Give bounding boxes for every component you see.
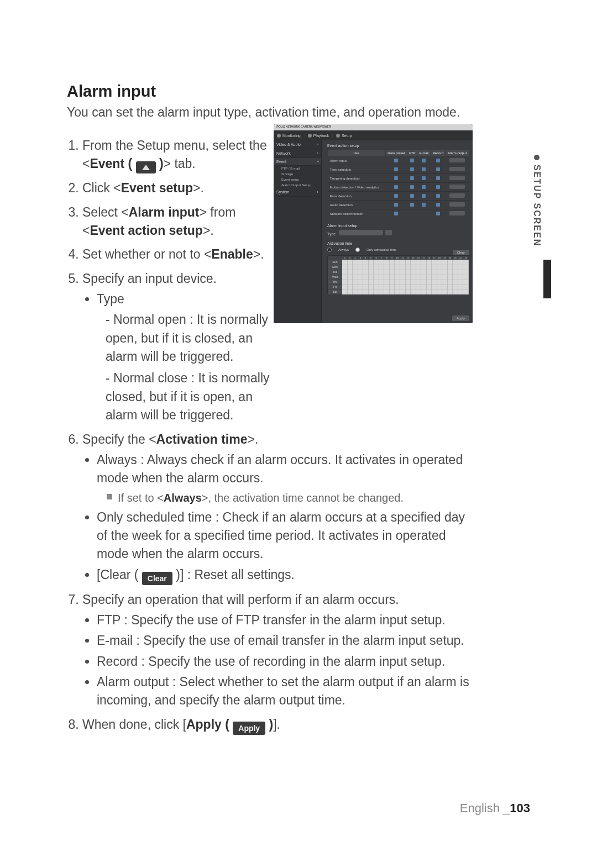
page-footer: English _103	[460, 801, 530, 816]
step-5: Specify an input device. Type Normal ope…	[82, 270, 274, 425]
top-tabs: Monitoring Playback Setup	[274, 130, 473, 140]
tab-setup[interactable]: Setup	[333, 134, 355, 138]
panel-heading: Event action setup	[327, 144, 469, 148]
step-7-record: Record : Specify the use of recording in…	[97, 653, 476, 671]
clear-button[interactable]: Clear	[453, 250, 469, 255]
sidebar-item-event[interactable]: Event›	[274, 158, 321, 166]
step-6: Specify the <Activation time>. Always : …	[82, 430, 476, 585]
step-7-alarm-output: Alarm output : Select whether to set the…	[97, 673, 476, 710]
step-6-always: Always : Always check if an alarm occurs…	[97, 451, 476, 506]
step-5-normal-close: Normal close : It is normally closed, bu…	[106, 369, 274, 424]
step-4: Set whether or not to <Enable>.	[82, 245, 274, 264]
sidebar-item-system[interactable]: System	[274, 188, 321, 197]
step-7: Specify an operation that will perform i…	[82, 591, 476, 710]
apply-button[interactable]: Apply	[452, 315, 469, 321]
step-6-scheduled: Only scheduled time : Check if an alarm …	[97, 508, 476, 564]
thumb-index-bar	[543, 260, 551, 298]
sidebar-item-video-audio[interactable]: Video & Audio	[274, 140, 321, 149]
window-titlebar: iPOLiS NETWORK CAMERA WEBVIEWER	[274, 124, 473, 130]
event-icon	[136, 161, 156, 173]
step-2: Click <Event setup>.	[82, 179, 274, 197]
type-select[interactable]	[339, 230, 383, 235]
note-bullet-icon	[107, 494, 112, 499]
sidebar-sub-ftp-email[interactable]: FTP / E-mail	[274, 166, 321, 171]
step-3: Select <Alarm input> from <Event action …	[82, 203, 274, 240]
step-7-email: E-mail : Specify the use of email transf…	[97, 632, 476, 650]
step-8: When done, click [Apply ( Apply )].	[82, 716, 476, 735]
clear-button-icon: Clear	[142, 572, 172, 585]
sidebar-sub-storage[interactable]: Storage	[274, 171, 321, 177]
step-5-normal-open: Normal open : It is normally open, but i…	[106, 311, 274, 366]
side-tab-dot-icon	[534, 155, 540, 160]
type-select-arrow-icon[interactable]	[385, 230, 392, 235]
sidebar-sub-event-setup[interactable]: Event setup	[274, 177, 321, 182]
manual-page: Alarm input You can set the alarm input …	[0, 0, 597, 868]
checkbox[interactable]	[394, 159, 398, 162]
chapter-side-tab: SETUP SCREEN	[532, 155, 542, 246]
section-intro: You can set the alarm input type, activa…	[67, 104, 476, 121]
activation-time-label: Activation time	[327, 241, 469, 245]
schedule-grid[interactable]: 01234567891011121314151617181920212223 S…	[327, 255, 469, 295]
setup-icon	[336, 134, 340, 138]
step-6-always-note: If set to <Always>, the activation time …	[107, 490, 476, 506]
embedded-screenshot: iPOLiS NETWORK CAMERA WEBVIEWER Monitori…	[274, 124, 473, 323]
sidebar-sub-alarm-output[interactable]: Alarm Output Setup	[274, 182, 321, 188]
sidebar: Video & Audio Network Event› FTP / E-mai…	[274, 140, 322, 323]
main-panel: Event action setup Use Goto preset FTP E…	[322, 140, 473, 323]
sidebar-item-network[interactable]: Network	[274, 149, 321, 158]
step-5-type: Type Normal open : It is normally open, …	[97, 290, 274, 424]
radio-always[interactable]	[327, 248, 332, 252]
playback-icon	[308, 134, 312, 138]
tab-monitoring[interactable]: Monitoring	[274, 134, 305, 138]
monitoring-icon	[277, 134, 281, 138]
step-6-clear: [Clear ( Clear )] : Reset all settings.	[97, 566, 476, 585]
alarm-input-setup-label: Alarm input setup	[327, 224, 469, 228]
tab-playback[interactable]: Playback	[305, 134, 333, 138]
section-title: Alarm input	[67, 82, 476, 101]
radio-scheduled[interactable]	[355, 248, 360, 252]
step-1: From the Setup menu, select the <Event (…	[82, 136, 274, 173]
type-label: Type	[327, 232, 336, 236]
dropdown[interactable]	[449, 158, 465, 162]
apply-button-icon: Apply	[233, 722, 265, 735]
step-7-ftp: FTP : Specify the use of FTP transfer in…	[97, 611, 476, 629]
event-action-table: Use Goto preset FTP E-mail Record Alarm …	[327, 150, 469, 218]
